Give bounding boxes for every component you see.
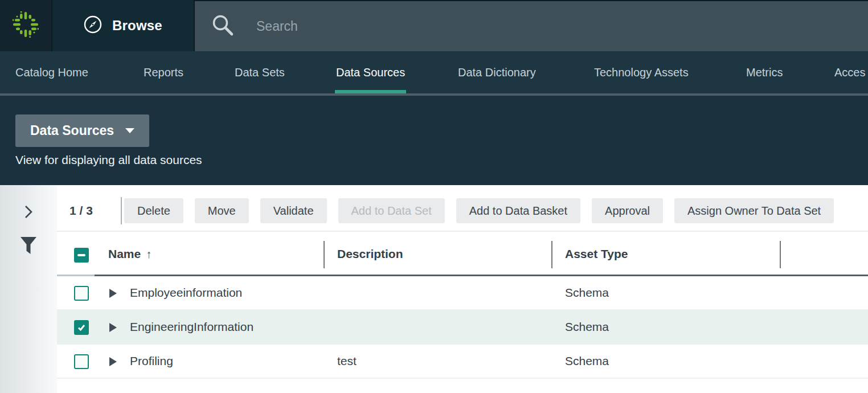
pagination-indicator[interactable]: 1 / 3 (69, 194, 93, 228)
view-description: View for displaying all data sources (15, 153, 202, 167)
expand-row-icon[interactable] (109, 289, 117, 298)
search-icon (211, 13, 235, 39)
cell-name[interactable]: Profiling (130, 354, 173, 368)
expand-row-icon[interactable] (109, 357, 117, 366)
add-to-data-basket-button[interactable]: Add to Data Basket (456, 198, 580, 223)
sort-asc-icon: ↑ (146, 248, 152, 260)
logo-icon (13, 11, 39, 40)
column-resize-handle[interactable] (324, 241, 325, 268)
delete-button[interactable]: Delete (124, 198, 183, 223)
content-area: 1 / 3 Delete Move Validate Add to Data S… (0, 185, 868, 393)
toolbar-divider (121, 197, 122, 224)
view-selector-label: Data Sources (30, 123, 114, 138)
cell-asset-type: Schema (565, 286, 609, 300)
select-all-checkbox[interactable] (74, 248, 89, 263)
move-button[interactable]: Move (195, 198, 249, 223)
nav-item-technology-assets[interactable]: Technology Assets (594, 51, 689, 93)
filter-button[interactable] (0, 236, 57, 259)
cell-description: test (337, 354, 357, 368)
nav-item-catalog-home[interactable]: Catalog Home (15, 51, 88, 93)
data-sources-table: Name↑ Description Asset Type Employeeinf… (57, 231, 868, 379)
column-header-description[interactable]: Description (337, 247, 403, 261)
chevron-down-icon (125, 128, 134, 133)
nav-item-access[interactable]: Acces (834, 51, 865, 93)
filter-sidebar (0, 185, 57, 393)
chevron-right-icon (23, 204, 34, 222)
primary-nav: Catalog Home Reports Data Sets Data Sour… (0, 51, 868, 96)
app-logo[interactable] (0, 0, 51, 51)
cell-name[interactable]: Employeeinformation (130, 286, 242, 300)
column-resize-handle[interactable] (780, 241, 781, 268)
expand-row-icon[interactable] (109, 323, 117, 332)
column-header-asset-type[interactable]: Asset Type (565, 247, 628, 261)
search-input[interactable]: Search (195, 1, 868, 51)
cell-asset-type: Schema (565, 354, 609, 368)
table-row[interactable]: Profiling test Schema (57, 345, 868, 379)
nav-item-data-sources[interactable]: Data Sources (336, 51, 405, 93)
nav-item-reports[interactable]: Reports (144, 51, 183, 93)
check-icon (77, 323, 86, 332)
cell-asset-type: Schema (565, 320, 609, 334)
browse-label: Browse (112, 18, 162, 34)
indeterminate-icon (77, 254, 85, 256)
browse-button[interactable]: Browse (52, 0, 194, 51)
data-sources-panel: 1 / 3 Delete Move Validate Add to Data S… (57, 185, 868, 393)
column-resize-handle[interactable] (551, 241, 552, 268)
nav-item-metrics[interactable]: Metrics (746, 51, 783, 93)
search-placeholder: Search (256, 19, 298, 34)
view-header: Data Sources View for displaying all dat… (0, 96, 868, 185)
view-selector-dropdown[interactable]: Data Sources (15, 114, 149, 147)
compass-icon (83, 15, 103, 36)
column-header-name[interactable]: Name↑ (108, 247, 152, 261)
table-header: Name↑ Description Asset Type (57, 231, 868, 276)
nav-item-data-sets[interactable]: Data Sets (235, 51, 285, 93)
approval-button[interactable]: Approval (592, 198, 663, 223)
toolbar-buttons: Delete Move Validate Add to Data Set Add… (124, 198, 834, 223)
row-checkbox[interactable] (74, 354, 89, 369)
add-to-data-set-button[interactable]: Add to Data Set (338, 198, 445, 223)
row-checkbox[interactable] (74, 286, 89, 301)
bulk-actions-toolbar: 1 / 3 Delete Move Validate Add to Data S… (57, 194, 868, 228)
sidebar-expand-button[interactable] (0, 204, 57, 222)
cell-name[interactable]: EngineeringInformation (130, 320, 253, 334)
validate-button[interactable]: Validate (260, 198, 327, 223)
filter-funnel-icon (20, 236, 37, 259)
table-row[interactable]: Employeeinformation Schema (57, 276, 868, 310)
nav-item-data-dictionary[interactable]: Data Dictionary (458, 51, 536, 93)
topbar: Browse Search (0, 0, 868, 51)
assign-owner-to-data-set-button[interactable]: Assign Owner To Data Set (674, 198, 834, 223)
table-row[interactable]: EngineeringInformation Schema (57, 310, 868, 345)
row-checkbox[interactable] (74, 320, 89, 335)
